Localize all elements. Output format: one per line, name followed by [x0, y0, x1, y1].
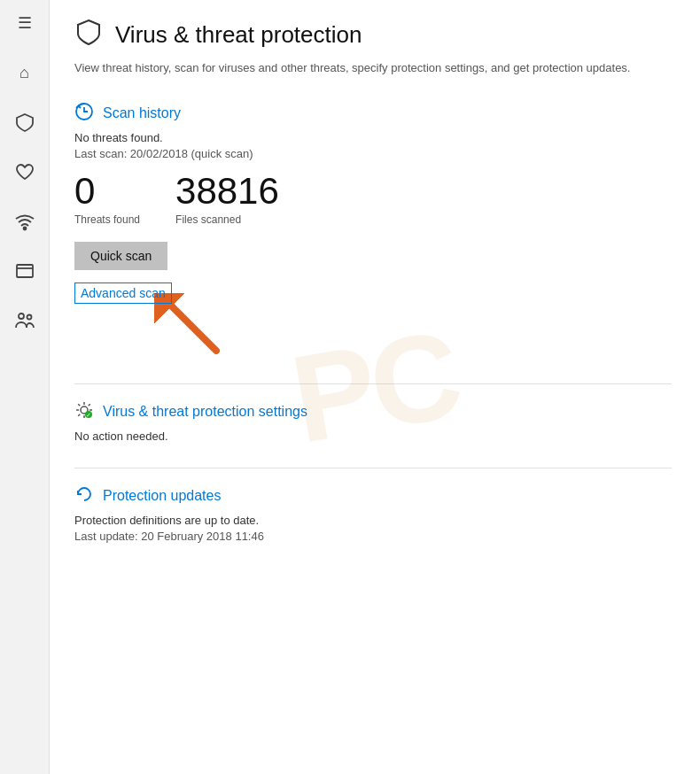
- files-scanned-label: Files scanned: [175, 213, 279, 226]
- home-icon[interactable]: ⌂: [12, 60, 37, 85]
- scan-stats-row: 0 Threats found 38816 Files scanned: [74, 173, 672, 226]
- files-scanned-value: 38816: [175, 173, 279, 210]
- page-header: Virus & threat protection: [74, 18, 672, 52]
- protection-updates-status: Protection definitions are up to date.: [74, 514, 672, 527]
- svg-line-13: [78, 404, 80, 406]
- svg-line-15: [89, 404, 90, 406]
- scan-history-header: Scan history: [74, 102, 672, 126]
- files-scanned-stat: 38816 Files scanned: [175, 173, 279, 226]
- protection-updates-icon: [74, 484, 94, 508]
- svg-point-3: [19, 313, 24, 319]
- page-shield-icon: [74, 18, 103, 52]
- divider-1: [74, 383, 672, 384]
- protection-updates-title[interactable]: Protection updates: [103, 488, 221, 504]
- last-scan-text: Last scan: 20/02/2018 (quick scan): [74, 147, 672, 160]
- page-title: Virus & threat protection: [115, 21, 362, 49]
- scan-history-section: Scan history No threats found. Last scan…: [74, 102, 672, 359]
- main-content: Virus & threat protection View threat hi…: [50, 0, 700, 774]
- svg-line-7: [172, 306, 216, 351]
- divider-2: [74, 468, 672, 468]
- health-icon[interactable]: [12, 159, 37, 184]
- threat-settings-title[interactable]: Virus & threat protection settings: [103, 404, 307, 420]
- threats-found-stat: 0 Threats found: [74, 173, 140, 226]
- protection-updates-header: Protection updates: [74, 484, 672, 508]
- page-subtitle: View threat history, scan for viruses an…: [74, 59, 672, 77]
- shield-nav-icon[interactable]: [12, 110, 37, 135]
- threat-settings-status: No action needed.: [74, 430, 672, 443]
- svg-text:✓: ✓: [86, 412, 91, 418]
- protection-updates-last: Last update: 20 February 2018 11:46: [74, 530, 672, 543]
- svg-point-4: [27, 315, 31, 320]
- svg-line-16: [78, 414, 80, 415]
- sidebar: ☰ ⌂: [0, 0, 50, 774]
- network-icon[interactable]: [12, 209, 37, 234]
- scan-history-icon: [74, 102, 94, 126]
- scan-history-title[interactable]: Scan history: [103, 105, 181, 121]
- scan-status-text: No threats found.: [74, 131, 672, 144]
- family-nav-icon[interactable]: [12, 308, 37, 333]
- threats-found-label: Threats found: [74, 213, 140, 226]
- advanced-scan-link[interactable]: Advanced scan: [74, 283, 172, 304]
- threats-found-value: 0: [74, 173, 140, 210]
- svg-rect-1: [17, 265, 33, 277]
- svg-point-0: [23, 228, 26, 230]
- browser-nav-icon[interactable]: [12, 259, 37, 283]
- threat-settings-icon: ✓: [74, 400, 94, 424]
- protection-updates-section: Protection updates Protection definition…: [74, 484, 672, 543]
- threat-settings-section: ✓ Virus & threat protection settings No …: [74, 400, 672, 443]
- threat-settings-header: ✓ Virus & threat protection settings: [74, 400, 672, 424]
- menu-icon[interactable]: ☰: [12, 11, 37, 35]
- quick-scan-button[interactable]: Quick scan: [74, 242, 167, 270]
